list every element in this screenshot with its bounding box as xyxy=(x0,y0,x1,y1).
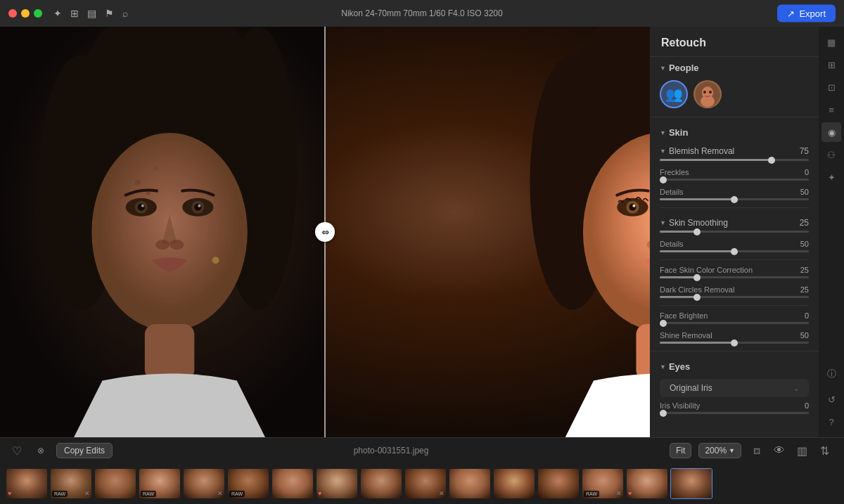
minimize-button[interactable] xyxy=(21,9,30,18)
skin-section: ▼ Skin ▼ Blemish Removal 75 xyxy=(650,122,819,344)
undo-icon-btn[interactable]: ↺ xyxy=(821,389,841,409)
divider-skin-eyes xyxy=(650,351,819,351)
face-skin-color-track[interactable] xyxy=(660,276,809,278)
film-heart-icon: ♥ xyxy=(8,490,11,497)
face-brighten-thumb[interactable] xyxy=(660,320,667,327)
svg-point-9 xyxy=(153,166,158,170)
face-brighten-row: Face Brighten 0 xyxy=(660,311,809,324)
blemish-removal-track[interactable] xyxy=(660,159,809,161)
close-button[interactable] xyxy=(8,9,17,18)
details2-track[interactable] xyxy=(660,250,809,252)
face-skin-color-fill xyxy=(660,276,697,278)
film-thumb[interactable]: ✕ xyxy=(183,468,225,499)
person-icon-btn[interactable]: ◉ xyxy=(821,122,841,142)
help-icon-btn[interactable]: ? xyxy=(821,412,841,432)
crop-icon-btn[interactable]: ⊡ xyxy=(821,77,841,97)
fit-button[interactable]: Fit xyxy=(670,443,691,458)
film-thumb[interactable] xyxy=(449,468,491,499)
skin-section-header[interactable]: ▼ Skin xyxy=(650,122,819,142)
dark-circles-track[interactable] xyxy=(660,296,809,298)
film-thumb[interactable]: RAW xyxy=(227,468,269,499)
heart-button[interactable]: ♡ xyxy=(8,442,25,459)
film-thumb[interactable] xyxy=(360,468,402,499)
star-tool-icon[interactable]: ✦ xyxy=(53,8,62,19)
maximize-button[interactable] xyxy=(34,9,42,18)
shine-removal-track[interactable] xyxy=(660,342,809,344)
film-thumb[interactable] xyxy=(537,468,580,499)
people-section-header[interactable]: ▼ People xyxy=(650,57,819,77)
grid-icon-btn[interactable]: ⊞ xyxy=(821,55,841,75)
person-face-avatar[interactable] xyxy=(693,80,722,108)
skin-smoothing-track[interactable] xyxy=(660,231,809,233)
eye-icon[interactable]: 👁 xyxy=(771,442,788,459)
grid-tool-icon[interactable]: ⊞ xyxy=(70,8,79,19)
shine-removal-row: Shine Removal 50 xyxy=(660,331,809,344)
face-skin-color-value: 25 xyxy=(800,266,809,274)
skin-smoothing-thumb[interactable] xyxy=(693,228,701,235)
freckles-thumb[interactable] xyxy=(660,176,667,183)
copy-edits-button[interactable]: Copy Edits xyxy=(56,443,113,458)
film-thumb[interactable]: ♥ xyxy=(6,468,48,499)
group-avatar-icon: 👥 xyxy=(665,86,683,103)
blemish-removal-thumb[interactable] xyxy=(768,157,775,164)
zoom-tool-icon[interactable]: ⌕ xyxy=(122,8,128,19)
film-thumb[interactable] xyxy=(493,468,535,499)
original-iris-dropdown[interactable]: Original Iris ⌄ xyxy=(660,379,809,397)
face-brighten-track[interactable] xyxy=(660,322,809,324)
film-thumb[interactable]: RAW✕ xyxy=(50,468,92,499)
histogram-icon-btn[interactable]: ▦ xyxy=(821,32,841,52)
film-thumb[interactable] xyxy=(670,468,712,499)
skin-smoothing-header[interactable]: ▼ Skin Smoothing 25 xyxy=(660,214,809,231)
details1-thumb[interactable] xyxy=(731,196,738,203)
dark-circles-thumb[interactable] xyxy=(693,294,701,301)
film-thumb[interactable]: ✕ xyxy=(404,468,447,499)
iris-visibility-row: Iris Visibility 0 xyxy=(660,401,809,414)
iris-visibility-track[interactable] xyxy=(660,412,809,414)
film-thumb[interactable]: RAW xyxy=(139,468,181,499)
details1-track[interactable] xyxy=(660,198,809,200)
details2-thumb[interactable] xyxy=(731,248,738,255)
info-icon-btn[interactable]: ⓘ xyxy=(821,367,841,387)
blemish-removal-label: Blemish Removal xyxy=(669,146,792,156)
face-brighten-label: Face Brighten xyxy=(660,311,708,320)
filmstrip-tool-icon[interactable]: ▤ xyxy=(87,8,96,19)
divider-3 xyxy=(660,305,809,306)
split-view-icon[interactable]: ⧈ xyxy=(748,442,765,459)
right-panel: Retouch ▼ People 👥 xyxy=(650,27,819,437)
body-icon-btn[interactable]: ⚇ xyxy=(821,145,841,164)
face-skin-color-thumb[interactable] xyxy=(693,274,701,281)
iris-visibility-container: Iris Visibility 0 xyxy=(650,401,819,414)
film-thumb[interactable] xyxy=(271,468,314,499)
export-button[interactable]: ↗ Export xyxy=(777,5,836,22)
reject-button[interactable]: ⊗ xyxy=(32,442,49,459)
film-thumb[interactable]: ♥ xyxy=(626,468,668,499)
film-badge: RAW xyxy=(584,491,599,497)
details1-fill xyxy=(660,198,734,200)
skin-controls: ▼ Blemish Removal 75 Freckles xyxy=(650,142,819,344)
film-heart-icon: ♥ xyxy=(318,490,321,497)
freckles-label-row: Freckles 0 xyxy=(660,168,809,176)
sort-icon[interactable]: ⇅ xyxy=(816,442,833,459)
panel-title: Retouch xyxy=(650,27,819,57)
sparkle-icon-btn[interactable]: ✦ xyxy=(821,167,841,187)
blemish-removal-header[interactable]: ▼ Blemish Removal 75 xyxy=(660,142,809,159)
divider-1 xyxy=(660,207,809,208)
flag-tool-icon[interactable]: ⚑ xyxy=(105,8,114,19)
film-thumb-bg xyxy=(361,469,402,498)
zoom-button[interactable]: 200% ▼ xyxy=(698,443,741,458)
split-photo: ⇔ xyxy=(0,27,650,437)
details2-value: 50 xyxy=(800,240,809,248)
compare-icon[interactable]: ▥ xyxy=(793,442,810,459)
svg-point-16 xyxy=(141,205,144,207)
iris-visibility-thumb[interactable] xyxy=(660,410,667,417)
film-thumb[interactable] xyxy=(94,468,136,499)
film-thumb[interactable]: RAW✕ xyxy=(582,468,624,499)
freckles-track[interactable] xyxy=(660,179,809,181)
film-thumb[interactable]: ♥ xyxy=(316,468,358,499)
all-people-avatar[interactable]: 👥 xyxy=(660,80,688,108)
sliders-icon-btn[interactable]: ≡ xyxy=(821,100,841,119)
shine-removal-thumb[interactable] xyxy=(731,340,738,347)
eyes-section-title: Eyes xyxy=(669,361,809,372)
split-handle[interactable]: ⇔ xyxy=(315,222,335,242)
eyes-section-header[interactable]: ▼ Eyes xyxy=(650,356,819,376)
